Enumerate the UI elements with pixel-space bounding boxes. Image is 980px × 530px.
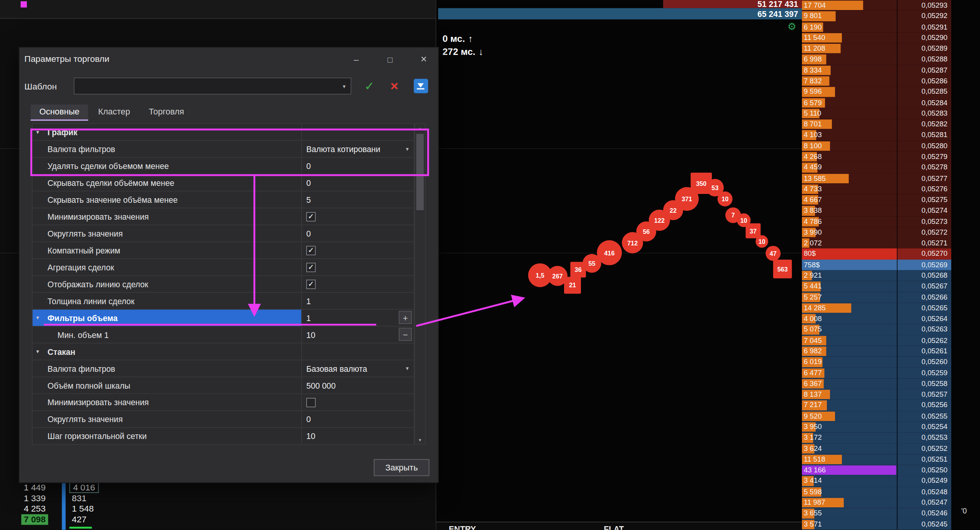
settings-row[interactable]: Округлять значения0 xyxy=(33,411,414,428)
setting-value[interactable]: 0 xyxy=(306,161,311,170)
settings-section-row[interactable]: ▾Стакан xyxy=(33,343,414,360)
settings-row[interactable]: Скрывать значение объёма менее5 xyxy=(33,191,414,208)
dom-row[interactable]: 8 7010,05282 xyxy=(802,119,951,130)
dom-volume-cell[interactable]: 758$ xyxy=(802,260,897,270)
dom-row[interactable]: 9 5960,05285 xyxy=(802,86,951,97)
dom-row[interactable]: 3 4140,05249 xyxy=(802,476,951,487)
dom-volume-cell[interactable]: 6 998 xyxy=(802,54,897,65)
minimize-button[interactable]: – xyxy=(345,48,368,71)
flat-button[interactable]: FLAT xyxy=(604,524,624,530)
dom-price[interactable]: 0,05256 xyxy=(897,400,951,411)
dom-row[interactable]: 11 5180,05251 xyxy=(802,454,951,465)
setting-value[interactable]: 10 xyxy=(306,330,315,339)
dom-volume-cell[interactable]: 4 786 xyxy=(802,216,897,227)
dom-row[interactable]: 8 1000,05280 xyxy=(802,141,951,151)
dom-row[interactable]: 5 5980,05248 xyxy=(802,487,951,497)
dom-row[interactable]: 11 5400,05290 xyxy=(802,32,951,43)
dom-price[interactable]: 0,05252 xyxy=(897,443,951,454)
dom-row[interactable]: 4 0080,05264 xyxy=(802,313,951,324)
dom-price[interactable]: 0,05282 xyxy=(897,119,951,130)
dom-volume-cell[interactable]: 3 990 xyxy=(802,227,897,238)
dom-price[interactable]: 0,05273 xyxy=(897,216,951,227)
dom-row[interactable]: 5 2570,05266 xyxy=(802,292,951,303)
dialog-titlebar[interactable]: Параметры торговли – □ × xyxy=(19,48,438,71)
dom-price[interactable]: 0,05272 xyxy=(897,227,951,238)
dom-price[interactable]: 0,05280 xyxy=(897,141,951,151)
gear-icon[interactable]: ⚙ xyxy=(785,20,799,33)
dom-price[interactable]: 0,05283 xyxy=(897,108,951,119)
dom-row[interactable]: 758$0,05269 xyxy=(802,260,951,270)
entry-button[interactable]: ENTRY xyxy=(449,524,476,530)
settings-row[interactable]: Валюта фильтровВалюта котировани▾ xyxy=(33,141,414,157)
dom-volume-cell[interactable]: 7 045 xyxy=(802,335,897,346)
dom-price[interactable]: 0,05270 xyxy=(897,248,951,259)
dom-volume-cell[interactable]: 3 172 xyxy=(802,432,897,443)
dom-row[interactable]: 2 9210,05268 xyxy=(802,270,951,281)
dom-volume-cell[interactable]: 3 838 xyxy=(802,205,897,216)
dom-row[interactable]: 2 0720,05271 xyxy=(802,238,951,248)
setting-value[interactable]: 0 xyxy=(306,414,311,424)
dom-row[interactable]: 4 2680,05279 xyxy=(802,151,951,162)
dom-row[interactable]: 13 5850,05277 xyxy=(802,173,951,184)
checkbox[interactable]: ✓ xyxy=(306,279,315,288)
tab-основные[interactable]: Основные xyxy=(31,104,88,121)
checkbox[interactable]: ✓ xyxy=(306,245,315,255)
dom-volume-cell[interactable]: 3 624 xyxy=(802,443,897,454)
dom-volume-cell[interactable]: 6 019 xyxy=(802,357,897,368)
dom-volume-cell[interactable]: 11 987 xyxy=(802,497,897,508)
dom-volume-cell[interactable]: 5 598 xyxy=(802,487,897,497)
dom-volume-cell[interactable]: 6 190 xyxy=(802,22,897,32)
dom-row[interactable]: 4 1030,05281 xyxy=(802,130,951,141)
dom-volume-cell[interactable]: 9 801 xyxy=(802,11,897,22)
dom-price[interactable]: 0,05265 xyxy=(897,303,951,313)
settings-row[interactable]: Минимизировать значения xyxy=(33,394,414,411)
dom-volume-cell[interactable]: 8 100 xyxy=(802,141,897,151)
close-icon[interactable]: × xyxy=(412,48,435,71)
collapse-icon[interactable]: ▾ xyxy=(36,129,45,135)
settings-scrollbar[interactable]: ▴ ▾ xyxy=(414,123,426,445)
dom-volume-cell[interactable]: 4 667 xyxy=(802,195,897,205)
dom-row[interactable]: 6 1900,05291 xyxy=(802,22,951,32)
settings-row[interactable]: Минимизировать значения✓ xyxy=(33,208,414,225)
dom-volume-cell[interactable]: 2 921 xyxy=(802,270,897,281)
dom-row[interactable]: 6 0190,05260 xyxy=(802,357,951,368)
setting-value[interactable]: 500 000 xyxy=(306,381,336,390)
dom-price[interactable]: 0,05275 xyxy=(897,195,951,205)
dom-price[interactable]: 0,05266 xyxy=(897,292,951,303)
dom-row[interactable]: 4 7860,05273 xyxy=(802,216,951,227)
dom-price[interactable]: 0,05291 xyxy=(897,22,951,32)
dom-price[interactable]: 0,05274 xyxy=(897,205,951,216)
dom-volume-cell[interactable]: 11 208 xyxy=(802,43,897,54)
dom-volume-cell[interactable]: 4 008 xyxy=(802,313,897,324)
save-template-button[interactable] xyxy=(412,78,429,94)
dom-price[interactable]: 0,05262 xyxy=(897,335,951,346)
dom-price[interactable]: 0,05268 xyxy=(897,270,951,281)
dom-volume-cell[interactable]: 4 733 xyxy=(802,184,897,195)
dom-row[interactable]: 11 2080,05289 xyxy=(802,43,951,54)
dom-price[interactable]: 0,05281 xyxy=(897,130,951,141)
dom-row[interactable]: 6 9820,05261 xyxy=(802,346,951,357)
dom-price[interactable]: 0,05255 xyxy=(897,411,951,422)
settings-row[interactable]: Скрывать сделки объёмом менее0 xyxy=(33,174,414,191)
dom-price[interactable]: 0,05286 xyxy=(897,76,951,86)
setting-value[interactable]: 10 xyxy=(306,431,315,441)
dom-volume-cell[interactable]: 3 655 xyxy=(802,508,897,519)
dropdown[interactable]: Валюта котировани▾ xyxy=(306,144,414,153)
dom-price[interactable]: 0,05259 xyxy=(897,368,951,378)
remove-filter-button[interactable]: − xyxy=(399,328,412,341)
dom-row[interactable]: 5 0750,05263 xyxy=(802,324,951,335)
dom-price[interactable]: 0,05288 xyxy=(897,54,951,65)
settings-row[interactable]: Округлять значения0 xyxy=(33,225,414,242)
dom-row[interactable]: 43 1660,05250 xyxy=(802,465,951,475)
dom-volume-cell[interactable]: 9 520 xyxy=(802,411,897,422)
setting-value[interactable]: 1 xyxy=(306,313,311,322)
dom-volume-cell[interactable]: 43 166 xyxy=(802,465,897,475)
settings-section-row[interactable]: ▾Фильтры объема1+ xyxy=(33,310,414,326)
dom-price[interactable]: 0,05278 xyxy=(897,162,951,173)
dom-row[interactable]: 6 9980,05288 xyxy=(802,54,951,65)
dom-price[interactable]: 0,05261 xyxy=(897,346,951,357)
dom-volume-cell[interactable]: 80$ xyxy=(802,248,897,259)
dom-volume-cell[interactable]: 3 571 xyxy=(802,519,897,530)
dom-volume-cell[interactable]: 5 075 xyxy=(802,324,897,335)
dom-volume-cell[interactable]: 4 103 xyxy=(802,130,897,141)
